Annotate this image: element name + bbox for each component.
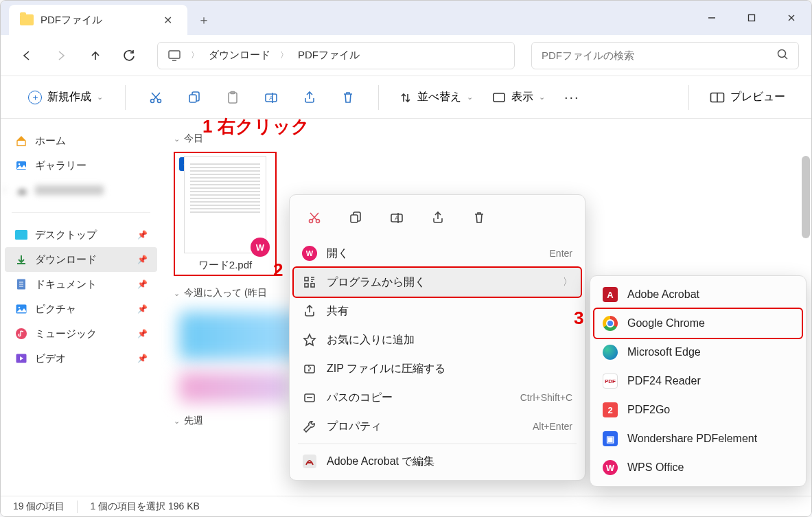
view-button[interactable]: 表示 ⌄ [485, 86, 552, 108]
cloud-icon: ☁ [14, 183, 28, 197]
sidebar-item-videos[interactable]: ビデオ 📌 [5, 346, 157, 371]
paste-button [216, 84, 249, 111]
submenu-pdf2go[interactable]: 2 PDF2Go [594, 395, 802, 424]
forward-button[interactable] [47, 42, 75, 69]
properties-icon [302, 419, 317, 434]
sidebar-item-desktop[interactable]: デスクトップ 📌 [5, 222, 157, 247]
copy-button[interactable] [178, 84, 211, 111]
preview-label: プレビュー [730, 90, 785, 104]
up-button[interactable] [82, 42, 109, 69]
star-icon [302, 332, 317, 347]
sidebar-item-music[interactable]: ミュージック 📌 [5, 321, 157, 346]
svg-point-30 [310, 220, 313, 223]
document-icon [14, 277, 28, 291]
search-icon[interactable] [776, 48, 789, 63]
copypath-icon [302, 390, 317, 405]
cut-button[interactable] [297, 203, 332, 232]
group-header-today[interactable]: ⌄ 今日 [174, 133, 799, 145]
delete-button[interactable] [332, 84, 364, 111]
refresh-button[interactable] [116, 42, 143, 69]
sidebar-item-home[interactable]: ホーム [5, 128, 157, 153]
context-acrobat-edit[interactable]: Adobe Acrobat で編集 [294, 447, 581, 476]
sidebar-item-documents[interactable]: ドキュメント 📌 [5, 272, 157, 297]
rename-button[interactable]: A [255, 84, 288, 111]
copy-button[interactable] [338, 203, 373, 232]
sidebar-item-downloads[interactable]: ダウンロード 📌 [5, 247, 157, 272]
new-label: 新規作成 [47, 90, 91, 104]
context-favorite[interactable]: お気に入りに追加 [294, 325, 581, 354]
sidebar-item-hidden[interactable]: 〉 ☁ [5, 178, 157, 203]
new-tab-button[interactable]: ＋ [187, 5, 220, 35]
more-button[interactable]: ··· [557, 85, 587, 109]
close-button[interactable] [772, 1, 811, 35]
sidebar-label: ビデオ [35, 352, 66, 365]
wps-badge-icon: W [251, 238, 270, 257]
svg-rect-21 [15, 230, 27, 240]
desktop-icon [14, 228, 28, 242]
file-item[interactable]: ✓ W ワード2.pdf [174, 152, 277, 276]
delete-button[interactable] [461, 203, 497, 232]
share-button[interactable] [420, 203, 456, 232]
context-label: 共有 [327, 304, 349, 319]
submenu-chrome[interactable]: Google Chrome [593, 308, 803, 339]
sidebar-item-pictures[interactable]: ピクチャ 📌 [5, 297, 157, 321]
context-copy-path[interactable]: パスのコピー Ctrl+Shift+C [294, 383, 581, 412]
scrollbar[interactable] [802, 156, 810, 238]
svg-rect-41 [303, 455, 316, 468]
sidebar-item-gallery[interactable]: ギャラリー [5, 153, 157, 178]
maximize-button[interactable] [732, 1, 772, 35]
context-label: 開く [327, 246, 349, 261]
context-share[interactable]: 共有 [294, 297, 581, 325]
tab-close-button[interactable]: ✕ [159, 11, 176, 30]
chevron-right-icon: 〉 [563, 276, 572, 288]
cut-button[interactable] [139, 84, 172, 111]
share-icon [302, 303, 317, 319]
pictures-icon [14, 302, 28, 316]
edge-icon [603, 345, 618, 360]
preview-button[interactable]: プレビュー [703, 86, 792, 108]
search-box[interactable] [531, 42, 799, 69]
pdf2go-icon: 2 [603, 402, 618, 417]
submenu-edge[interactable]: Microsoft Edge [594, 338, 802, 367]
tab-title: PDFファイル [40, 14, 152, 27]
svg-rect-36 [305, 277, 308, 281]
breadcrumb-seg-2[interactable]: PDFファイル [298, 49, 360, 62]
breadcrumb-seg-1[interactable]: ダウンロード [209, 49, 270, 62]
chevron-down-icon: ⌄ [174, 289, 180, 298]
context-properties[interactable]: プロパティ Alt+Enter [294, 412, 581, 441]
minimize-button[interactable] [692, 1, 732, 35]
svg-point-20 [19, 163, 21, 165]
status-count: 19 個の項目 [13, 501, 65, 513]
sort-button[interactable]: 並べ替え ⌄ [393, 86, 480, 108]
address-bar[interactable]: 〉 ダウンロード 〉 PDFファイル [157, 42, 515, 69]
new-button[interactable]: ＋ 新規作成 ⌄ [20, 86, 111, 108]
submenu-pdf24[interactable]: PDF PDF24 Reader [594, 367, 802, 395]
submenu-acrobat[interactable]: A Adobe Acrobat [594, 280, 802, 309]
submenu-wps[interactable]: W WPS Office [594, 453, 802, 482]
toolbar: ＋ 新規作成 ⌄ A 並べ替え ⌄ 表示 ⌄ ··· プレビュー [1, 76, 811, 119]
video-icon [14, 352, 28, 365]
back-button[interactable] [13, 42, 40, 69]
sidebar: ホーム ギャラリー 〉 ☁ デスクトップ 📌 ダウンロード 📌 ドキュメント 📌 [1, 119, 161, 497]
sidebar-label: ドキュメント [35, 278, 97, 291]
search-input[interactable] [542, 49, 776, 61]
submenu-wondershare[interactable]: ▣ Wondershare PDFelement [594, 424, 802, 453]
share-button[interactable] [293, 84, 326, 111]
file-name-label: ワード2.pdf [178, 259, 272, 272]
context-open-with[interactable]: プログラムから開く 〉 [292, 266, 582, 298]
pin-icon: 📌 [137, 304, 148, 314]
pdf24-icon: PDF [603, 374, 618, 389]
context-zip[interactable]: ZIP ファイルに圧縮する [294, 354, 581, 383]
music-icon [14, 327, 28, 341]
context-separator [298, 444, 577, 444]
folder-icon [20, 14, 34, 25]
chevron-down-icon: ⌄ [174, 417, 180, 426]
context-open[interactable]: W 開く Enter [294, 239, 581, 268]
chevron-down-icon: ⌄ [539, 93, 545, 102]
navbar: 〉 ダウンロード 〉 PDFファイル [1, 35, 811, 76]
rename-button[interactable]: A [379, 203, 415, 232]
blurred-file [179, 372, 289, 402]
tab-active[interactable]: PDFファイル ✕ [9, 5, 187, 35]
wps-icon: W [603, 460, 618, 475]
status-selected: 1 個の項目を選択 196 KB [90, 501, 200, 513]
